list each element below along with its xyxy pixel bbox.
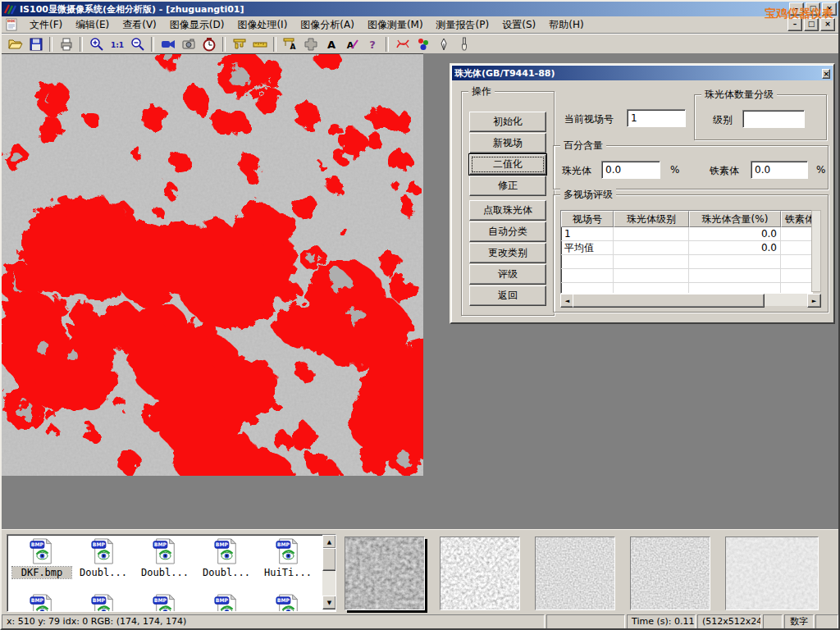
image-stitch-icon[interactable] — [300, 35, 321, 53]
ferrite-percent-input[interactable] — [751, 161, 808, 179]
help-icon[interactable]: ? — [362, 35, 382, 53]
table-row[interactable]: 10.0 — [561, 227, 812, 241]
menu-item-image-analysis[interactable]: 图像分析(A) — [294, 16, 361, 34]
table-header-cell: 铁素体含量(%) — [781, 211, 813, 227]
toolbar-separator — [49, 37, 52, 52]
file-item[interactable]: BMPDKF.bmp — [12, 538, 71, 578]
timer-icon[interactable] — [199, 35, 219, 53]
current-field-input[interactable] — [627, 109, 686, 127]
preview-thumbnail[interactable] — [725, 536, 819, 610]
caliper-icon[interactable] — [229, 35, 249, 53]
zoom-out-icon[interactable] — [127, 35, 148, 53]
filelist-vertical-scrollbar[interactable]: ▲▼ — [322, 535, 336, 609]
measure-label-icon[interactable]: A — [280, 35, 300, 53]
scroll-thumb[interactable] — [573, 294, 765, 308]
menu-item-image-display[interactable]: 图像显示(D) — [163, 16, 231, 34]
zoom-in-icon[interactable] — [86, 35, 107, 53]
status-cursor-info: x: 510 y: 79 idx: 0 RGB: (174, 174, 174) — [2, 614, 545, 630]
toolbar: 1:1AAA? — [2, 34, 838, 53]
brush-tool-icon[interactable] — [454, 35, 474, 53]
scroll-up-icon[interactable]: ▲ — [322, 535, 336, 549]
save-icon[interactable] — [25, 35, 46, 53]
file-item[interactable]: BMPDoubl... — [197, 538, 256, 578]
multi-field-group-title: 多视场评级 — [560, 189, 616, 200]
binarize-button[interactable]: 二值化 — [469, 154, 546, 175]
table-cell — [561, 283, 614, 294]
menu-item-settings[interactable]: 设置(S) — [495, 16, 542, 34]
file-item[interactable]: BMP — [135, 594, 194, 612]
minimize-button[interactable]: – — [789, 2, 804, 16]
window-title: IS100显微摄像系统(金相分析版) - [zhuguangti01] — [20, 3, 244, 16]
table-cell — [781, 269, 813, 282]
metallographic-image[interactable] — [2, 53, 423, 476]
dialog-close-button[interactable]: × — [822, 69, 830, 79]
mdi-minimize-button[interactable]: – — [788, 18, 802, 31]
grade-button[interactable]: 评级 — [469, 264, 546, 285]
rating-table[interactable]: 视场号珠光体级别珠光体含量(%)铁素体含量(%)10.0平均值0.0 — [560, 210, 813, 294]
current-field-label: 当前视场号 — [564, 112, 614, 126]
table-row[interactable] — [561, 269, 812, 283]
svg-text:A: A — [290, 43, 295, 51]
mdi-restore-button[interactable]: □ — [804, 18, 819, 31]
table-horizontal-scrollbar[interactable]: ◄ ► — [560, 294, 821, 306]
table-row[interactable] — [561, 255, 812, 269]
auto-classify-button[interactable]: 自动分类 — [469, 221, 546, 242]
menu-item-file[interactable]: 文件(F) — [23, 16, 69, 34]
table-row[interactable] — [561, 283, 812, 294]
menu-item-edit[interactable]: 编辑(E) — [69, 16, 116, 34]
edit-annotation-icon[interactable]: A — [341, 35, 362, 53]
close-button[interactable]: × — [822, 2, 837, 16]
initialize-button[interactable]: 初始化 — [469, 112, 546, 132]
change-class-button[interactable]: 更改类别 — [469, 243, 546, 263]
text-annotation-icon[interactable]: A — [321, 35, 341, 53]
percent-group: 百分含量 珠光体 % 铁素体 % — [553, 145, 829, 189]
scroll-right-icon[interactable]: ► — [807, 294, 821, 308]
video-capture-icon[interactable] — [158, 35, 178, 53]
svg-text:BMP: BMP — [216, 541, 229, 547]
return-button[interactable]: 返回 — [469, 285, 546, 306]
file-item[interactable]: BMP — [12, 594, 71, 612]
curve-measure-icon[interactable] — [392, 35, 413, 53]
pen-tool-icon[interactable] — [433, 35, 454, 53]
scroll-thumb[interactable] — [322, 548, 336, 571]
file-item[interactable]: BMP — [258, 594, 317, 612]
file-item[interactable]: BMPDoubl... — [74, 538, 133, 578]
svg-text:BMP: BMP — [154, 541, 167, 547]
dialog-title: 珠光体(GB/T9441-88) — [454, 67, 555, 80]
table-row[interactable]: 平均值0.0 — [561, 241, 812, 255]
actual-size-icon[interactable]: 1:1 — [107, 35, 127, 53]
file-item[interactable]: BMPHuiTi... — [258, 538, 317, 578]
mdi-close-button[interactable]: × — [820, 18, 835, 31]
print-icon[interactable] — [56, 35, 76, 53]
preview-thumbnail[interactable] — [440, 536, 520, 610]
camera-capture-icon[interactable] — [178, 35, 199, 53]
preview-thumbnail[interactable] — [630, 536, 710, 610]
file-item[interactable]: BMP — [197, 594, 256, 612]
file-item[interactable]: BMPDoubl... — [135, 538, 194, 578]
level-input[interactable] — [742, 110, 805, 128]
bmp-file-icon: BMP — [197, 594, 256, 612]
table-cell — [689, 255, 781, 268]
pick-pearlite-button[interactable]: 点取珠光体 — [469, 200, 546, 221]
preview-thumbnail[interactable] — [345, 536, 425, 610]
new-field-button[interactable]: 新视场 — [469, 133, 546, 153]
table-vertical-scrollbar[interactable] — [811, 210, 821, 292]
open-icon[interactable] — [5, 35, 25, 53]
menu-item-measure-report[interactable]: 测量报告(P) — [430, 16, 496, 34]
menu-item-image-measure[interactable]: 图像测量(M) — [361, 16, 430, 34]
status-mode: 数字 — [784, 614, 814, 630]
scroll-down-icon[interactable]: ▼ — [322, 596, 336, 609]
bmp-file-icon: BMP — [12, 594, 71, 612]
restore-button[interactable]: □ — [806, 2, 820, 16]
svg-text:BMP: BMP — [31, 541, 44, 547]
table-header-row: 视场号珠光体级别珠光体含量(%)铁素体含量(%) — [561, 211, 812, 227]
file-item[interactable]: BMP — [74, 594, 133, 612]
phase-points-icon[interactable] — [413, 35, 433, 53]
menu-item-image-process[interactable]: 图像处理(I) — [231, 16, 294, 34]
menu-item-help[interactable]: 帮助(H) — [542, 16, 590, 34]
preview-thumbnail[interactable] — [535, 536, 615, 610]
menu-item-view[interactable]: 查看(V) — [116, 16, 163, 34]
pearlite-percent-input[interactable] — [601, 161, 660, 179]
ruler-icon[interactable] — [249, 35, 270, 53]
correct-button[interactable]: 修正 — [469, 176, 546, 196]
